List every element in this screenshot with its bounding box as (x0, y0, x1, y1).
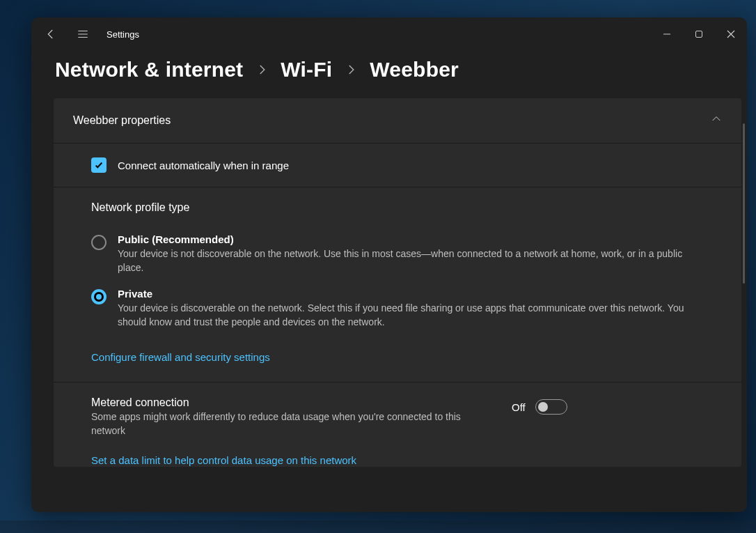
settings-window: Settings Network & internet Wi-Fi Weebbe… (31, 17, 747, 512)
breadcrumb-current: Weebber (370, 58, 459, 82)
check-icon (94, 160, 104, 170)
app-title: Settings (107, 29, 139, 40)
breadcrumb-network[interactable]: Network & internet (55, 58, 243, 82)
content-area: Weebber properties Connect automatically… (31, 98, 747, 512)
firewall-link[interactable]: Configure firewall and security settings (91, 351, 270, 363)
data-limit-link[interactable]: Set a data limit to help control data us… (91, 454, 356, 466)
menu-button[interactable] (74, 26, 91, 43)
metered-desc: Some apps might work differently to redu… (91, 410, 495, 438)
maximize-button[interactable] (683, 17, 715, 51)
chevron-up-icon (711, 114, 722, 128)
properties-title: Weebber properties (73, 114, 171, 127)
metered-toggle[interactable] (535, 399, 567, 415)
connect-auto-checkbox[interactable] (91, 157, 107, 173)
metered-title: Metered connection (91, 396, 495, 409)
radio-private-row: Private Your device is discoverable on t… (91, 288, 722, 330)
properties-card: Weebber properties Connect automatically… (54, 98, 741, 467)
chevron-right-icon (345, 63, 357, 76)
radio-public[interactable] (91, 235, 107, 250)
radio-public-row: Public (Recommended) Your device is not … (91, 233, 722, 275)
connect-auto-label: Connect automatically when in range (118, 160, 289, 171)
radio-private[interactable] (91, 289, 107, 304)
breadcrumb: Network & internet Wi-Fi Weebber (31, 51, 747, 98)
radio-private-desc: Your device is discoverable on the netwo… (118, 301, 708, 330)
titlebar: Settings (31, 17, 747, 51)
profile-type-section: Network profile type Public (Recommended… (54, 187, 741, 383)
minimize-button[interactable] (651, 17, 683, 51)
metered-toggle-label: Off (512, 401, 526, 413)
chevron-right-icon (255, 63, 268, 76)
metered-section: Metered connection Some apps might work … (54, 383, 741, 467)
connect-auto-row: Connect automatically when in range (54, 144, 741, 187)
toggle-knob-icon (538, 402, 548, 412)
radio-public-desc: Your device is not discoverable on the n… (118, 247, 708, 275)
profile-type-title: Network profile type (91, 201, 722, 214)
scrollbar[interactable] (743, 123, 745, 284)
close-button[interactable] (715, 17, 747, 51)
svg-rect-0 (696, 31, 702, 38)
properties-header[interactable]: Weebber properties (54, 98, 741, 144)
breadcrumb-wifi[interactable]: Wi-Fi (281, 58, 332, 82)
radio-private-title: Private (118, 288, 708, 300)
radio-public-title: Public (Recommended) (118, 233, 708, 245)
back-button[interactable] (42, 26, 59, 43)
